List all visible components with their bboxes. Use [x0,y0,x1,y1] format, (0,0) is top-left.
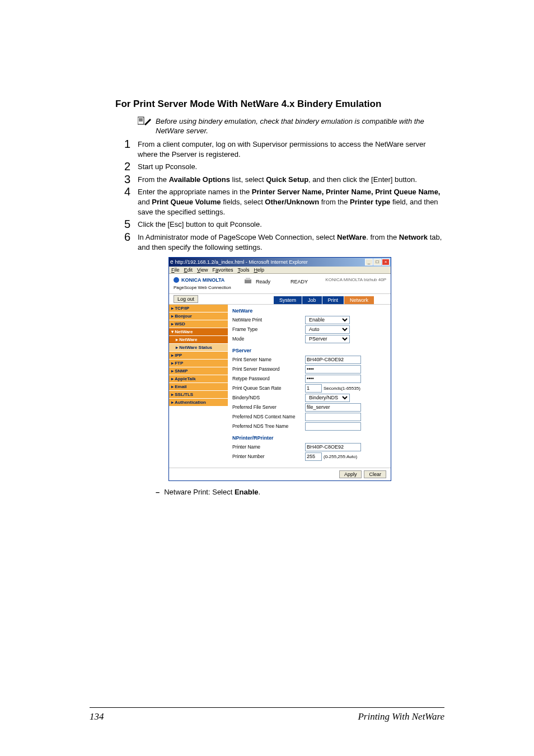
label-ptree: Preferred NDS Tree Name [232,423,305,429]
close-button[interactable]: × [382,259,390,265]
ready-label: Ready [256,279,270,284]
section-pserver: PServer [232,348,386,353]
input-pfile[interactable] [305,403,361,412]
input-ptree[interactable] [305,422,361,431]
section-netware: NetWare [232,308,386,314]
sidebar-ssl[interactable]: ▸ SSL/TLS [169,391,228,399]
ready-status: READY [291,279,308,284]
steps-list: 1From a client computer, log on with Sup… [115,139,444,253]
sidebar-tcpip[interactable]: ▸ TCP/IP [169,305,228,312]
label-pnum: Printer Number [232,454,305,459]
range-pnum: (0-255,255:Auto) [324,454,357,459]
page-footer: 134 Printing With NetWare [90,707,444,722]
label-pfile: Preferred File Server [232,404,305,410]
input-psname[interactable] [305,356,361,364]
label-ftype: Frame Type [232,326,305,332]
sidebar: ▸ TCP/IP ▸ Bonjour ▸ WSD ▾ NetWare ▸ Net… [169,305,228,468]
apply-button[interactable]: Apply [339,470,362,478]
step-2: Start up Pconsole. [138,162,197,171]
browser-menu: FFileile Edit View Favorites Tools Help [169,267,391,274]
menu-edit[interactable]: Edit [184,267,193,273]
sidebar-wsd[interactable]: ▸ WSD [169,320,228,328]
svg-rect-5 [246,278,250,280]
sidebar-ipp[interactable]: ▸ IPP [169,352,228,360]
input-pctx[interactable] [305,413,361,421]
range-qscan: Seconds(1-65535) [324,386,360,391]
window-title: http://192.168.1.2/a_index.html - Micros… [175,259,308,265]
bullet-line: –Netware Print: Select Enable. [156,488,444,496]
step-5: Click the [Esc] button to quit Pconsole. [138,220,262,228]
select-bnds[interactable]: Bindery/NDS [305,394,350,402]
clear-button[interactable]: Clear [364,470,386,478]
step-1: From a client computer, log on with Supe… [138,140,426,158]
label-mode: Mode [232,336,305,342]
label-qscan: Print Queue Scan Rate [232,385,305,391]
step-4: Enter the appropriate names in the Print… [138,188,440,216]
menu-favorites[interactable]: Favorites [212,267,233,273]
svg-rect-4 [245,279,251,283]
maximize-button[interactable]: □ [373,259,381,265]
sidebar-netware-sub[interactable]: ▸ NetWare [169,336,228,344]
page-title: For Print Server Mode With NetWare 4.x B… [115,98,444,111]
sidebar-netware[interactable]: ▾ NetWare [169,328,228,336]
menu-tools[interactable]: Tools [237,267,249,273]
window-titlebar: e http://192.168.1.2/a_index.html - Micr… [169,258,391,267]
label-psname: Print Server Name [232,357,305,362]
select-ftype[interactable]: Auto [305,325,350,334]
step-3: From the Available Options list, select … [138,175,417,184]
minimize-button[interactable]: _ [365,259,373,265]
ie-icon: e [170,259,174,265]
tab-network[interactable]: Network [344,296,374,304]
menu-view[interactable]: View [197,267,208,273]
input-pname[interactable] [305,443,361,451]
tab-print[interactable]: Print [322,296,344,304]
label-repwd: Retype Password [232,376,305,381]
input-pspwd[interactable] [305,365,361,374]
section-title: Printing With NetWare [358,711,444,722]
select-nwprint[interactable]: Enable [305,316,350,324]
tab-job[interactable]: Job [302,296,322,304]
label-pctx: Preferred NDS Context Name [232,414,305,419]
model-label: KONICA MINOLTA bizhub 40P [325,277,386,282]
input-qscan[interactable] [305,384,322,393]
embedded-screenshot: e http://192.168.1.2/a_index.html - Micr… [168,257,391,481]
label-pspwd: Print Server Password [232,366,305,372]
brand-logo: KONICA MINOLTA [174,277,243,283]
section-nprinter: NPrinter/RPrinter [232,435,386,441]
label-pname: Printer Name [232,444,305,450]
printer-icon [243,277,252,286]
sidebar-auth[interactable]: ▸ Authentication [169,399,228,407]
input-repwd[interactable] [305,375,361,383]
note: Before using bindery emulation, check th… [138,116,444,136]
select-mode[interactable]: PServer [305,335,350,343]
tab-system[interactable]: System [274,296,302,304]
menu-file[interactable]: FFileile [171,267,180,273]
sidebar-netware-status[interactable]: ▸ NetWare Status [169,344,228,352]
input-pnum[interactable] [305,452,322,461]
sidebar-email[interactable]: ▸ Email [169,383,228,391]
logout-button[interactable]: Log out [174,295,198,303]
label-bnds: Bindery/NDS [232,395,305,400]
label-nwprint: NetWare Print [232,317,305,323]
step-6: In Administrator mode of PageScope Web C… [138,233,442,251]
page-number: 134 [90,711,104,722]
sidebar-bonjour[interactable]: ▸ Bonjour [169,312,228,320]
sidebar-appletalk[interactable]: ▸ AppleTalk [169,375,228,383]
note-text: Before using bindery emulation, check th… [156,116,444,136]
sidebar-ftp[interactable]: ▸ FTP [169,360,228,367]
sidebar-snmp[interactable]: ▸ SNMP [169,367,228,375]
note-icon [138,116,156,136]
menu-help[interactable]: Help [254,267,264,273]
sub-brand: PageScope Web Connection [174,285,243,290]
